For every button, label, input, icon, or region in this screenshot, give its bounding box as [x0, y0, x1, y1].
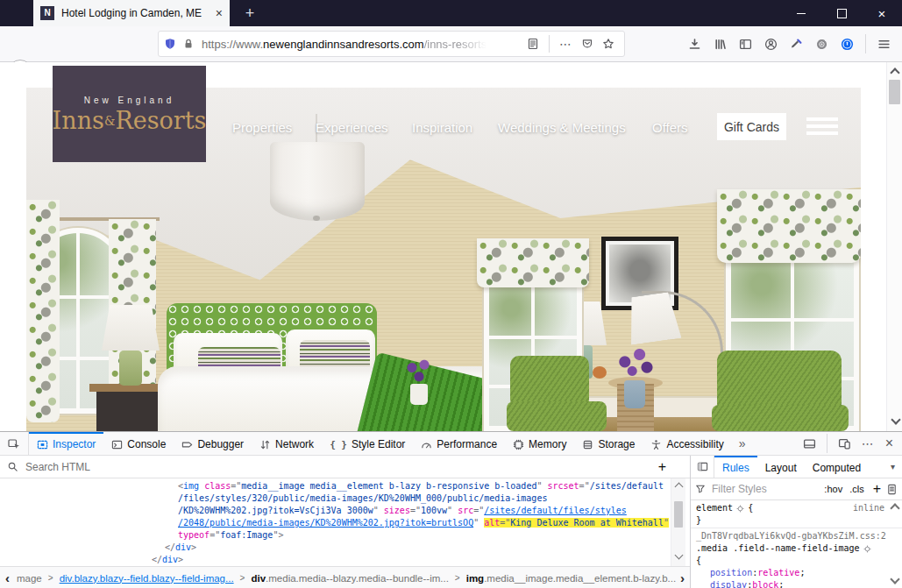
- tracking-protection-shield-icon[interactable]: [164, 38, 176, 50]
- devtools-tab-network[interactable]: Network: [252, 432, 322, 455]
- extension-gear-button[interactable]: [815, 38, 828, 51]
- css-rule-selector[interactable]: .media .field--name-field-image: [696, 542, 897, 555]
- eyedropper-extension-button[interactable]: [790, 38, 803, 51]
- nav-item-weddings-meetings[interactable]: Weddings & Meetings: [498, 120, 626, 135]
- code-token[interactable]: =": [231, 481, 241, 491]
- code-token[interactable]: media__image media__element b-lazy b-res…: [241, 481, 536, 491]
- url-text[interactable]: https://www.newenglandinnsandresorts.com…: [202, 38, 522, 51]
- nav-item-inspiration[interactable]: Inspiration: [412, 120, 472, 135]
- window-maximize-button[interactable]: [821, 0, 862, 26]
- stylesheet-link[interactable]: _DnT8VrqdbaLYi6kvQd-gbaYKbsZiM.css:2: [696, 530, 897, 542]
- class-panel-button[interactable]: .cls: [849, 484, 864, 494]
- sidebars-button[interactable]: [739, 38, 752, 51]
- tab-close-icon[interactable]: ×: [210, 7, 223, 19]
- code-token[interactable]: div: [162, 555, 178, 564]
- breadcrumb-item[interactable]: div.media.media--blazy.media--bundle--im…: [251, 573, 448, 584]
- code-token[interactable]: King Deluxe Room at Whitehall: [510, 518, 664, 528]
- scrollbar-thumb[interactable]: [889, 80, 900, 104]
- code-token[interactable]: alt: [484, 518, 500, 528]
- code-token[interactable]: =": [210, 530, 220, 540]
- code-token[interactable]: </: [165, 542, 175, 552]
- scroll-down-arrow-icon[interactable]: [675, 551, 684, 560]
- markup-line[interactable]: /files/styles/320/public/media-images/KD…: [178, 492, 547, 505]
- bookmark-star-button[interactable]: [602, 38, 614, 50]
- code-token[interactable]: =": [579, 481, 590, 491]
- window-minimize-button[interactable]: [781, 0, 821, 26]
- devtools-options-button[interactable]: ⋯: [862, 436, 875, 450]
- breadcrumb-item[interactable]: img.media__image.media__element.b-lazy.b…: [466, 573, 677, 584]
- code-token[interactable]: typeof: [178, 530, 210, 540]
- devtools-tab-style-editor[interactable]: { } Style Editor: [322, 432, 413, 455]
- markup-line[interactable]: /KD%20WHM%202.jpg?itok=VsCji3Va 3000w" s…: [178, 505, 627, 517]
- lock-icon[interactable]: [182, 38, 195, 50]
- scroll-down-arrow-icon[interactable]: [891, 414, 900, 424]
- markup-line[interactable]: </div>: [165, 542, 196, 554]
- reader-mode-button[interactable]: [527, 38, 539, 50]
- breadcrumb-item[interactable]: mage: [17, 573, 42, 584]
- add-node-button[interactable]: +: [650, 459, 675, 475]
- code-token[interactable]: class: [204, 481, 231, 491]
- devtools-tab-performance[interactable]: Performance: [413, 432, 505, 455]
- menu-button[interactable]: [877, 38, 891, 51]
- markup-line[interactable]: <img class="media__image media__element …: [178, 480, 664, 492]
- pseudo-class-panel-button[interactable]: :hov: [824, 484, 842, 494]
- code-token[interactable]: /files/styles/320/public/media-images/KD…: [178, 493, 547, 503]
- markup-scrollbar[interactable]: [671, 478, 685, 566]
- page-scrollbar[interactable]: [886, 62, 902, 431]
- code-token[interactable]: /2048/public/media-images/KD%20WHM%202.j…: [178, 518, 473, 528]
- code-token[interactable]: ": [664, 518, 669, 528]
- site-logo[interactable]: New England Inns&Resorts: [53, 66, 206, 162]
- gift-cards-button[interactable]: Gift Cards: [717, 113, 786, 140]
- account-button[interactable]: [764, 38, 778, 51]
- nav-item-properties[interactable]: Properties: [232, 120, 292, 135]
- code-token[interactable]: /sites/default: [590, 481, 664, 491]
- split-console-button[interactable]: [803, 437, 816, 450]
- more-tabs-button[interactable]: »: [732, 432, 753, 455]
- code-token[interactable]: sizes: [384, 506, 410, 515]
- markup-line[interactable]: typeof="foaf:Image">: [178, 529, 283, 542]
- code-token[interactable]: >: [178, 555, 183, 564]
- site-menu-button[interactable]: [806, 117, 838, 135]
- markup-line[interactable]: </div>: [152, 554, 183, 566]
- code-token[interactable]: ">: [273, 530, 283, 540]
- code-token[interactable]: foaf:Image: [220, 530, 273, 540]
- devtools-close-button[interactable]: ×: [885, 436, 893, 451]
- code-token[interactable]: </: [152, 555, 162, 564]
- code-token[interactable]: ": [373, 506, 384, 515]
- devtools-tab-accessibility[interactable]: Accessibility: [643, 432, 731, 455]
- sidebar-tab-rules[interactable]: Rules: [714, 456, 757, 478]
- window-close-button[interactable]: ×: [862, 0, 902, 26]
- code-token[interactable]: ": [536, 481, 547, 491]
- add-rule-button[interactable]: +: [868, 481, 886, 497]
- code-token[interactable]: >: [191, 542, 196, 552]
- code-token[interactable]: =": [473, 506, 484, 515]
- devtools-tab-memory[interactable]: Memory: [505, 432, 574, 455]
- toggle-3-pane-button[interactable]: [691, 456, 714, 478]
- url-bar[interactable]: https://www.newenglandinnsandresorts.com…: [158, 31, 625, 57]
- highlight-selector-icon[interactable]: [863, 544, 872, 554]
- filter-styles-input[interactable]: [710, 482, 820, 496]
- scroll-up-arrow-icon[interactable]: [674, 483, 683, 492]
- sidebar-tab-layout[interactable]: Layout: [757, 456, 805, 478]
- code-token[interactable]: srcset: [547, 481, 579, 491]
- element-rule[interactable]: element { inline: [696, 502, 897, 514]
- page-actions-button[interactable]: ⋯: [559, 37, 572, 51]
- browser-tab[interactable]: N Hotel Lodging in Camden, ME ×: [33, 0, 230, 26]
- code-token[interactable]: 100vw: [421, 506, 447, 515]
- code-token[interactable]: div: [175, 542, 191, 552]
- devtools-tab-debugger[interactable]: Debugger: [174, 432, 252, 455]
- scroll-up-arrow-icon[interactable]: [890, 67, 899, 77]
- library-button[interactable]: [714, 38, 727, 51]
- pick-element-button[interactable]: [0, 432, 29, 455]
- code-token[interactable]: /sites/default/files/styles: [484, 506, 627, 515]
- breadcrumb-scroll-right-icon[interactable]: ›: [680, 570, 685, 585]
- breadcrumb-item[interactable]: div.blazy.blazy--field.blazy--field-imag…: [60, 573, 234, 584]
- markup-line[interactable]: /2048/public/media-images/KD%20WHM%202.j…: [178, 517, 669, 529]
- code-token[interactable]: =": [410, 506, 421, 515]
- search-html-input[interactable]: [24, 460, 650, 474]
- pocket-button[interactable]: [581, 38, 593, 50]
- breadcrumb-scroll-left-icon[interactable]: ‹: [5, 570, 10, 585]
- nav-item-experiences[interactable]: Experiences: [316, 120, 388, 135]
- code-token[interactable]: img: [183, 481, 199, 491]
- devtools-tab-console[interactable]: Console: [103, 432, 174, 455]
